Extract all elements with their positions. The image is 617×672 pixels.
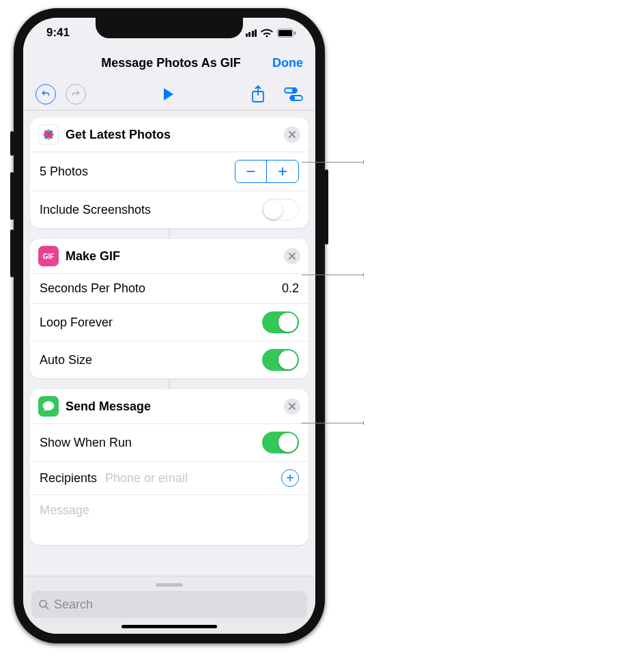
recipients-input[interactable]: Phone or email [105,471,281,486]
action-card-get-latest-photos: Get Latest Photos 5 Photos − + Include S… [30,117,308,228]
stepper-plus[interactable]: + [267,160,298,182]
cellular-signal-icon [246,29,257,37]
gif-icon: GIF [38,246,59,266]
side-button-volume-down[interactable] [10,229,14,277]
recipients-label: Recipients [40,471,97,486]
svg-point-7 [291,96,294,99]
play-button[interactable] [162,87,175,101]
delete-action-button[interactable] [284,398,300,415]
loop-forever-label: Loop Forever [40,316,262,330]
seconds-per-photo-value[interactable]: 0.2 [282,281,299,296]
connector-line [169,378,170,389]
stepper-minus[interactable]: − [235,160,267,182]
toolbar [23,78,315,111]
battery-icon [277,29,296,38]
page-title: Message Photos As GIF [70,56,272,70]
notch [96,18,243,38]
auto-size-label: Auto Size [40,353,262,367]
add-recipient-button[interactable]: + [281,469,299,487]
loop-forever-switch[interactable] [262,311,299,333]
photo-count-stepper: − + [235,160,299,183]
callout-line [302,275,363,275]
action-title: Make GIF [66,249,120,264]
action-card-make-gif: GIF Make GIF Seconds Per Photo 0.2 Loop … [30,239,308,378]
svg-rect-1 [278,30,292,36]
side-button-power[interactable] [325,169,328,244]
photo-count-label: 5 Photos [40,165,235,179]
wifi-icon [261,29,273,38]
message-input[interactable]: Message [30,495,308,545]
connector-line [169,228,170,239]
callout-line [302,423,363,423]
side-button-volume-up[interactable] [10,172,14,220]
delete-action-button[interactable] [284,248,300,264]
status-time: 9:41 [46,26,70,40]
action-title: Send Message [66,400,151,414]
workflow-content[interactable]: Get Latest Photos 5 Photos − + Include S… [23,111,315,576]
search-field[interactable]: Search [31,591,307,618]
nav-bar: Message Photos As GIF Done [23,48,315,78]
include-screenshots-switch[interactable] [262,199,299,221]
delete-action-button[interactable] [284,126,300,143]
svg-point-5 [293,89,296,92]
redo-button [66,84,86,104]
home-indicator[interactable] [121,625,217,628]
search-placeholder: Search [54,598,93,612]
svg-point-16 [40,600,46,607]
seconds-per-photo-label: Seconds Per Photo [40,281,282,296]
share-button[interactable] [251,85,265,103]
action-card-send-message: Send Message Show When Run Recipients Ph… [30,389,308,545]
panel-grabber[interactable] [156,583,183,587]
search-icon [38,599,50,611]
undo-button[interactable] [35,84,56,104]
phone-screen: 9:41 Message Photos As GIF Done [23,18,315,634]
done-button[interactable]: Done [272,56,303,70]
side-button-silent[interactable] [10,131,14,156]
settings-toggle-icon[interactable] [284,85,303,103]
action-title: Get Latest Photos [66,128,171,142]
photos-app-icon [38,124,59,145]
auto-size-switch[interactable] [262,349,299,371]
callout-line [302,162,363,163]
svg-rect-2 [294,31,296,35]
messages-app-icon [38,396,59,417]
include-screenshots-label: Include Screenshots [40,203,262,217]
show-when-run-label: Show When Run [40,436,262,450]
show-when-run-switch[interactable] [262,432,299,453]
phone-frame: 9:41 Message Photos As GIF Done [14,8,325,643]
action-search-panel[interactable]: Search [23,576,315,634]
